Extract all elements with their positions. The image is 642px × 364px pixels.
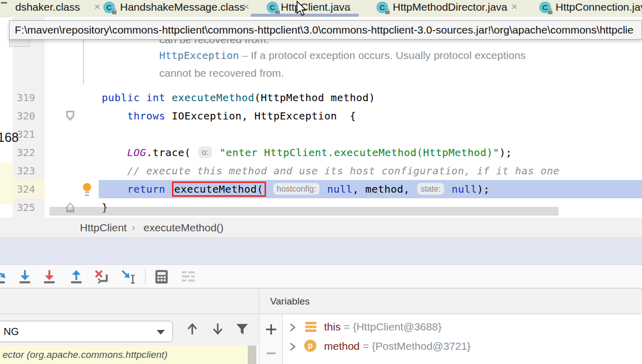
class-file-icon: C [539,2,551,13]
line-number: 324 [13,180,35,198]
toolbar-separator [145,268,145,285]
thread-dropdown[interactable]: NG [0,321,173,342]
class-file-icon: C [103,2,115,13]
breadcrumb-class[interactable]: HttpClient [80,218,127,237]
edge-fragment-highlight [0,163,13,204]
code-text: public int executeMethod(HttpMethod meth… [102,88,375,107]
close-icon[interactable] [511,0,517,14]
tab-httpmethoddirector-java[interactable]: HttpMethodDirector.java [393,0,507,14]
force-step-into-icon[interactable] [42,269,57,284]
breadcrumb-method[interactable]: executeMethod() [143,218,224,237]
code-line-319[interactable]: 319public int executeMethod(HttpMethod m… [9,88,642,107]
step-into-icon[interactable] [17,269,33,284]
variable-row-this[interactable]: this = {HttpClient@3688} [283,317,642,337]
close-icon[interactable] [94,0,100,14]
code-line-322[interactable]: 322 LOG.trace( o: "enter HttpClient.exec… [9,143,642,162]
debugger-bottom-panel: NG ector (org.apache.commons.httpclient) [0,314,642,364]
splitter-dash [1,2,7,4]
code-line-324[interactable]: 324 return executeMethod( hostconfig: nu… [9,180,642,198]
close-icon[interactable] [243,0,249,14]
lock-icon [548,11,552,14]
intention-bulb-icon[interactable] [83,183,91,191]
horizontal-scrollbar-thumb[interactable] [49,207,559,216]
debug-panel-header: Variables [0,288,642,314]
highlighted-call-redbox: executeMethod( [172,181,266,197]
javadoc-exception-line: HttpException – If a protocol exception … [159,49,526,62]
evaluate-expression-icon[interactable] [154,269,169,284]
step-over-icon[interactable] [0,269,7,284]
line-number: 320 [13,107,35,125]
parameter-hint-chip: hostconfig: [273,183,319,195]
run-to-cursor-icon[interactable] [121,269,136,284]
filter-funnel-icon[interactable] [235,322,249,336]
frame-up-icon[interactable] [185,322,199,336]
javadoc-indent-line [83,40,84,84]
tab-handshakemessage-class[interactable]: HandshakeMessage.class [120,0,245,14]
class-file-icon: C [376,2,388,13]
parameter-icon: p [304,340,316,352]
line-number: 319 [13,88,35,107]
parameter-hint-chip: state: [417,183,444,195]
variable-name: this [324,321,341,332]
chevron-down-icon [157,330,165,335]
watch-buttons-strip [259,314,283,364]
lock-icon [112,11,116,14]
stack-frame-row[interactable]: ector (org.apache.commons.httpclient) [0,346,248,364]
variable-name: method [324,340,360,352]
httpexception-link[interactable]: HttpException [159,49,239,62]
pathbar-remnant [9,39,30,47]
file-path-bar: F:\maven\repository\commons-httpclient\c… [9,20,642,40]
code-line-320[interactable]: 320 throws IOException, HttpException { [9,107,642,125]
edge-fragment-number: 168 [0,130,19,145]
close-icon[interactable] [345,0,351,14]
code-text: LOG.trace( o: "enter HttpClient.executeM… [102,143,512,162]
fold-marker-down-icon[interactable] [66,111,74,121]
step-out-icon[interactable] [69,269,84,284]
variable-value: {HttpClient@3688} [353,321,442,332]
mouse-cursor [296,1,307,16]
variable-value: {PostMethod@3721} [372,340,471,352]
breadcrumb: HttpClient › executeMethod() [0,218,642,238]
variable-row-method[interactable]: p method = {PostMethod@3721} [283,337,642,356]
tab-httpconnection-java[interactable]: HttpConnection.jav [556,0,642,14]
javadoc-text: cannot be recovered from. [159,67,284,79]
frames-list: ector (org.apache.commons.httpclient) [0,346,259,364]
code-line-321[interactable]: 321 [9,125,642,143]
frames-toolbar: NG [0,314,259,346]
this-fields-icon [305,322,316,324]
trace-streams-icon [181,269,196,284]
editor-tab-bar: dshaker.class C HandshakeMessage.class C… [0,0,642,17]
drop-frame-icon[interactable] [94,269,109,284]
line-number: 325 [13,198,35,217]
chevron-right-icon: › [132,218,135,237]
code-text: // execute this method and use its host … [102,162,560,180]
code-line-323[interactable]: 323 // execute this method and use its h… [9,162,642,180]
frame-down-icon[interactable] [211,322,225,336]
tab-httpclient-java[interactable]: HttpClient.java [281,0,351,14]
variables-tree: this = {HttpClient@3688} p method = {Pos… [283,314,642,364]
tab-dshaker-class[interactable]: dshaker.class [15,0,80,14]
code-text: throws IOException, HttpException { [102,107,356,125]
debug-panel-gap [0,238,642,264]
code-text: return executeMethod( hostconfig: null, … [102,180,490,198]
chevron-right-icon[interactable] [289,342,296,351]
variables-panel-title[interactable]: Variables [270,289,310,314]
line-number: 322 [13,143,35,162]
stack-frame-label: ector (org.apache.commons.httpclient) [3,346,167,364]
lock-icon [385,11,390,14]
chevron-right-icon[interactable] [289,323,296,332]
frames-scrollbar-thumb[interactable] [248,346,256,364]
parameter-hint-chip: o: [198,146,212,158]
remove-watch-icon[interactable] [266,351,277,356]
add-watch-icon[interactable] [265,323,278,336]
thread-dropdown-value: NG [4,321,19,342]
line-number: 323 [13,162,35,180]
file-path-text: F:\maven\repository\commons-httpclient\c… [15,21,633,39]
code-editor[interactable]: can be recovered from. HttpException – I… [9,17,642,218]
class-file-icon: C [267,2,278,13]
debugger-step-toolbar [0,264,642,288]
panel-separator [259,289,259,314]
